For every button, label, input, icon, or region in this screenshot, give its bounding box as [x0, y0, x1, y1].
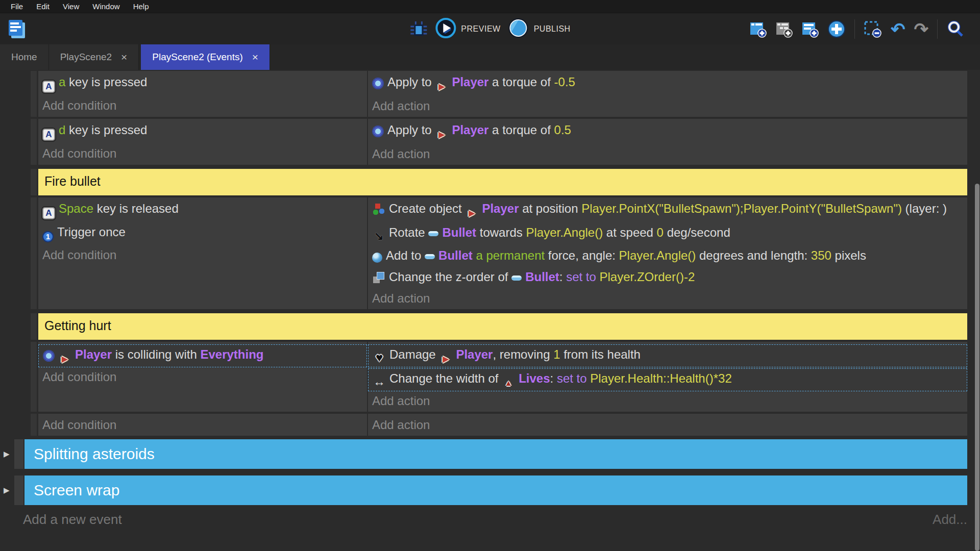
add-comment-icon[interactable] [801, 20, 819, 38]
text-segment: Trigger once [57, 225, 126, 239]
group-label: Screen wrap [34, 482, 119, 499]
add-condition-link[interactable]: Add condition [38, 97, 367, 114]
menu-help[interactable]: Help [127, 0, 156, 13]
collapse-arrow-icon[interactable]: ▶ [4, 486, 10, 495]
text-segment: key is pressed [65, 123, 147, 137]
action-line[interactable]: ♥Damage ▶Player, removing 1 from its hea… [368, 344, 967, 367]
object-name: Bullet [525, 270, 559, 284]
conditions-cell: ASpace key is released1Trigger onceAdd c… [38, 197, 367, 309]
group-handle[interactable] [14, 439, 23, 469]
bullet-object-icon [425, 254, 435, 259]
event-handle[interactable] [31, 197, 37, 309]
comment[interactable]: Getting hurt [38, 313, 967, 340]
text-segment: , removing [493, 347, 553, 361]
add-new-event-link[interactable]: Add a new event [23, 512, 122, 528]
tab-playscene2[interactable]: PlayScene2 × [49, 44, 139, 70]
tab-home[interactable]: Home [0, 44, 49, 70]
group-handle[interactable] [14, 475, 23, 505]
event-row: Aa key is pressedAdd conditionApply to ▶… [31, 71, 967, 117]
object-name: Player [452, 123, 488, 137]
close-tab-icon[interactable]: × [121, 52, 127, 62]
object-name: Player [482, 202, 519, 215]
text-segment: from its health [560, 347, 641, 361]
number-value: 350 [811, 248, 831, 262]
add-action-link[interactable]: Add action [368, 97, 967, 115]
actions-cell: Add action [368, 414, 967, 436]
physics-icon [372, 126, 384, 137]
action-line[interactable]: Change the z-order of Bullet: set to Pla… [368, 268, 967, 286]
text-segment: at speed [603, 226, 656, 239]
group-bar[interactable]: Screen wrap [24, 475, 967, 505]
actions-cell: ♥Damage ▶Player, removing 1 from its hea… [368, 342, 967, 412]
action-line[interactable]: Apply to ▶Player a torque of -0.5 [368, 73, 967, 93]
keyboard-key-icon: A [42, 129, 55, 141]
text-segment: a torque of [488, 75, 554, 89]
condition-line[interactable]: Aa key is pressed [38, 73, 367, 93]
text-segment: degrees and length: [696, 248, 811, 262]
choose-and-add-event-icon[interactable] [827, 20, 846, 38]
redo-icon[interactable]: ↷ [914, 20, 929, 38]
add-action-link[interactable]: Add action [368, 145, 967, 163]
undo-icon[interactable]: ↶ [891, 20, 905, 38]
menu-edit[interactable]: Edit [30, 0, 56, 13]
text-segment: Rotate [389, 226, 428, 239]
event-handle[interactable] [31, 169, 37, 195]
remove-selection-icon[interactable] [864, 20, 882, 38]
collapse-arrow-icon[interactable]: ▶ [4, 449, 10, 459]
add-event-icon[interactable] [749, 20, 767, 38]
action-line[interactable]: ↘Rotate Bullet towards Player.Angle() at… [368, 224, 967, 243]
publish-button[interactable]: PUBLISH [508, 17, 571, 41]
event-row: Ad key is pressedAdd conditionApply to ▶… [31, 119, 967, 165]
action-line[interactable]: Add to Bullet a permanent force, angle: … [368, 247, 967, 264]
object-name: Everything [200, 347, 263, 361]
event-row: ▶Player is colliding with EverythingAdd … [31, 342, 967, 412]
text-segment: Add to [386, 248, 425, 262]
object-name: Player [456, 347, 493, 361]
event-handle[interactable] [31, 119, 37, 165]
add-condition-link[interactable]: Add condition [38, 246, 367, 264]
event-handle[interactable] [31, 71, 37, 117]
preview-button[interactable]: PREVIEW [435, 17, 500, 41]
tab-playscene2-events[interactable]: PlayScene2 (Events) × [141, 44, 270, 70]
add-condition-link[interactable]: Add condition [38, 416, 367, 434]
action-line[interactable]: ↔Change the width of ▲Lives: set to Play… [368, 368, 967, 391]
search-icon[interactable] [946, 20, 965, 38]
event-handle[interactable] [31, 414, 37, 436]
debug-icon[interactable] [409, 20, 428, 38]
add-sub-event-icon[interactable] [775, 20, 793, 38]
add-action-link[interactable]: Add action [368, 392, 967, 410]
scrollbar-thumb[interactable] [975, 184, 979, 551]
width-arrows-icon: ↔ [373, 375, 386, 388]
events-sheet: Aa key is pressedAdd conditionApply to ▶… [0, 70, 980, 551]
add-action-link[interactable]: Add action [368, 416, 967, 434]
group-bar[interactable]: Splitting asteroids [24, 439, 967, 469]
comment[interactable]: Fire bullet [38, 169, 967, 195]
condition-line[interactable]: 1Trigger once [38, 223, 367, 242]
text-segment: Apply to [387, 75, 435, 89]
action-line[interactable]: Create object ▶Player at position Player… [368, 200, 967, 220]
condition-line[interactable]: ASpace key is released [38, 200, 367, 219]
text-segment: at position [519, 202, 581, 215]
action-line[interactable]: Apply to ▶Player a torque of 0.5 [368, 121, 967, 141]
menu-file[interactable]: File [4, 0, 30, 13]
publish-globe-icon [508, 17, 529, 41]
condition-line[interactable]: ▶Player is colliding with Everything [38, 344, 367, 367]
project-manager-icon[interactable] [5, 17, 29, 41]
toolbar-separator [937, 19, 938, 39]
text-segment: Create object [389, 202, 465, 215]
menu-view[interactable]: View [56, 0, 86, 13]
condition-line[interactable]: Ad key is pressed [38, 121, 367, 141]
add-link[interactable]: Add... [933, 512, 967, 528]
event-handle[interactable] [31, 313, 37, 340]
player-object-icon: ▶ [439, 353, 452, 366]
add-condition-link[interactable]: Add condition [38, 368, 367, 386]
event-handle[interactable] [31, 342, 37, 412]
menu-window[interactable]: Window [86, 0, 126, 13]
add-action-link[interactable]: Add action [368, 290, 967, 307]
add-condition-link[interactable]: Add condition [38, 145, 367, 162]
keyword: set to [566, 270, 596, 284]
close-tab-icon[interactable]: × [252, 52, 258, 62]
text-segment: : [559, 270, 566, 284]
text-segment: deg/second [664, 226, 730, 239]
conditions-cell: Add condition [38, 414, 367, 436]
